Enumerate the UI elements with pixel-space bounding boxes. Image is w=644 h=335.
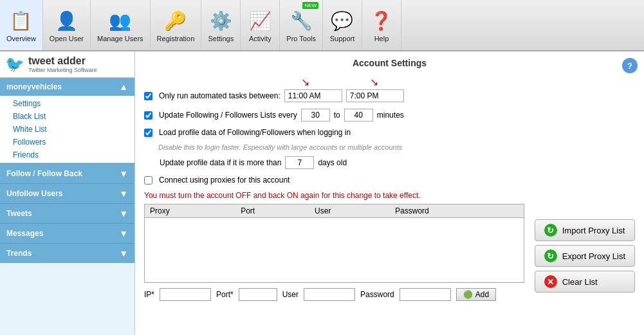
- open-user-icon: 👤: [53, 8, 79, 33]
- tweets-arrow: ▼: [119, 208, 128, 219]
- minutes-label: minutes: [377, 111, 404, 120]
- proxy-label: Connect using proxies for this account: [159, 176, 290, 185]
- toolbar-support[interactable]: 💬 Support: [323, 0, 362, 50]
- update-from-input[interactable]: [301, 109, 330, 122]
- auto-tasks-checkbox[interactable]: [144, 92, 152, 100]
- toolbar-open-user[interactable]: 👤 Open User: [43, 0, 91, 50]
- trends-label: Trends: [6, 249, 32, 258]
- clear-list-button[interactable]: ✕ Clear List: [535, 271, 635, 293]
- proxy-table: Proxy Port User Password: [145, 204, 524, 282]
- to-label: to: [334, 111, 340, 120]
- help-label: Help: [374, 35, 389, 42]
- col-password: Password: [390, 204, 524, 218]
- proxy-table-body: [145, 218, 524, 282]
- update-lists-checkbox[interactable]: [144, 111, 152, 120]
- toolbar-pro-tools[interactable]: NEW 🔧 Pro Tools: [280, 0, 323, 50]
- proxy-input-row: IP* Port* User Password 🟢 Add: [144, 288, 524, 301]
- add-button[interactable]: 🟢 Add: [456, 288, 496, 301]
- trends-arrow: ▼: [119, 248, 128, 258]
- unfollow-arrow: ▼: [119, 188, 128, 199]
- port-label: Port*: [216, 290, 234, 299]
- proxy-checkbox[interactable]: [144, 176, 152, 185]
- export-proxy-button[interactable]: ↻ Export Proxy List: [535, 245, 635, 267]
- update-lists-row: Update Following / Followers Lists every…: [144, 109, 635, 122]
- open-user-label: Open User: [50, 35, 84, 42]
- user-label: User: [282, 290, 299, 299]
- load-profile-row: Load profile data of Following/Followers…: [144, 128, 635, 137]
- settings-icon: ⚙️: [208, 8, 234, 33]
- load-profile-checkbox[interactable]: [144, 129, 152, 137]
- port-input[interactable]: [239, 288, 277, 301]
- load-profile-info: Disable this to login faster. Especially…: [158, 143, 635, 151]
- account-section: moneyvehicles ▲ Settings Black List Whit…: [0, 78, 134, 163]
- follow-back-arrow: ▼: [119, 168, 128, 179]
- activity-icon: 📈: [247, 8, 273, 33]
- support-label: Support: [330, 35, 355, 42]
- settings-label: Settings: [208, 35, 234, 42]
- sidebar-settings[interactable]: Settings: [0, 97, 134, 110]
- sidebar-friends[interactable]: Friends: [0, 149, 134, 161]
- clear-icon: ✕: [544, 275, 557, 288]
- toolbar-settings[interactable]: ⚙️ Settings: [201, 0, 241, 50]
- toolbar-help[interactable]: ❓ Help: [362, 0, 401, 50]
- unfollow-label: Unfollow Users: [6, 189, 62, 198]
- arrow-annotation-1: ↘: [301, 76, 309, 88]
- proxy-checkbox-row: Connect using proxies for this account: [144, 176, 635, 185]
- help-button[interactable]: ?: [622, 58, 638, 73]
- proxy-warning: You must turn the account OFF and back O…: [144, 191, 635, 200]
- pro-tools-label: Pro Tools: [286, 35, 316, 42]
- password-label: Password: [360, 290, 394, 299]
- time-end-input[interactable]: [346, 89, 404, 102]
- user-input[interactable]: [304, 288, 355, 301]
- arrow-annotation-2: ↘: [370, 76, 378, 88]
- sidebar: 🐦 tweet adder Twitter Marketing Software…: [0, 51, 135, 335]
- brand-icon: 🐦: [5, 55, 24, 73]
- support-icon: 💬: [329, 8, 355, 33]
- brand-name: tweet adder: [28, 55, 97, 67]
- main-layout: 🐦 tweet adder Twitter Marketing Software…: [0, 51, 644, 335]
- ip-input[interactable]: [160, 288, 211, 301]
- days-input[interactable]: [285, 156, 314, 169]
- add-label: Add: [475, 290, 489, 299]
- time-start-input[interactable]: [284, 89, 342, 102]
- manage-users-icon: 👥: [107, 8, 133, 33]
- proxy-main: Proxy Port User Password IP*: [144, 204, 524, 301]
- load-profile-label: Load profile data of Following/Followers…: [159, 128, 351, 137]
- update-profile-label: Update profile data if it is more than: [160, 158, 281, 167]
- export-proxy-label: Export Proxy List: [562, 251, 625, 261]
- update-lists-label: Update Following / Followers Lists every: [159, 111, 297, 120]
- activity-label: Activity: [249, 35, 271, 42]
- toolbar-activity[interactable]: 📈 Activity: [241, 0, 280, 50]
- add-icon: 🟢: [463, 290, 473, 299]
- import-proxy-button[interactable]: ↻ Import Proxy List: [535, 219, 635, 241]
- sidebar-follow-back[interactable]: Follow / Follow Back ▼: [0, 163, 134, 183]
- sidebar-followers[interactable]: Followers: [0, 136, 134, 149]
- update-to-input[interactable]: [344, 109, 373, 122]
- account-header[interactable]: moneyvehicles ▲: [0, 78, 134, 96]
- days-label: days old: [318, 158, 347, 167]
- sidebar-blacklist[interactable]: Black List: [0, 110, 134, 123]
- follow-back-label: Follow / Follow Back: [6, 169, 82, 178]
- password-input[interactable]: [400, 288, 451, 301]
- col-user: User: [309, 204, 390, 218]
- auto-tasks-row: Only run automated tasks between:: [144, 89, 635, 102]
- col-port: Port: [235, 204, 309, 218]
- sidebar-tweets[interactable]: Tweets ▼: [0, 203, 134, 223]
- toolbar-manage-users[interactable]: 👥 Manage Users: [91, 0, 151, 50]
- account-arrow: ▲: [119, 82, 128, 92]
- sidebar-trends[interactable]: Trends ▼: [0, 243, 134, 263]
- col-proxy: Proxy: [145, 204, 235, 218]
- auto-tasks-label: Only run automated tasks between:: [159, 91, 281, 100]
- messages-label: Messages: [6, 229, 43, 238]
- messages-arrow: ▼: [119, 228, 128, 239]
- brand: 🐦 tweet adder Twitter Marketing Software: [0, 51, 134, 78]
- sidebar-messages[interactable]: Messages ▼: [0, 223, 134, 243]
- sidebar-sub-items: Settings Black List White List Followers…: [0, 96, 134, 163]
- toolbar: 📋 Overview 👤 Open User 👥 Manage Users 🔑 …: [0, 0, 644, 51]
- sidebar-whitelist[interactable]: White List: [0, 123, 134, 136]
- sidebar-unfollow[interactable]: Unfollow Users ▼: [0, 183, 134, 203]
- brand-sub: Twitter Marketing Software: [28, 67, 97, 73]
- page-title: Account Settings: [144, 58, 635, 68]
- toolbar-registration[interactable]: 🔑 Registration: [151, 0, 202, 50]
- toolbar-overview[interactable]: 📋 Overview: [0, 0, 43, 50]
